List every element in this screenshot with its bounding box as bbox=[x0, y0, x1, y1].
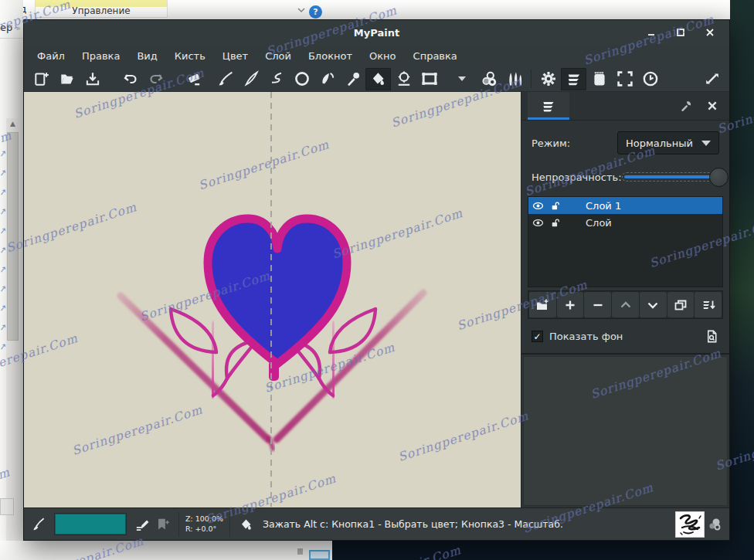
undo-button[interactable] bbox=[117, 68, 143, 90]
opacity-slider-handle[interactable] bbox=[709, 168, 729, 187]
opacity-label: Непрозрачность: bbox=[532, 171, 622, 183]
brush-stroke-preview[interactable] bbox=[675, 511, 705, 538]
explorer-manage-tab[interactable]: Управление bbox=[35, 0, 168, 18]
ink-pen-tool-button[interactable] bbox=[314, 68, 340, 90]
lower-layer-button[interactable] bbox=[640, 292, 667, 317]
opacity-slider[interactable] bbox=[622, 172, 719, 182]
rotation-value: R: +0.0° bbox=[185, 524, 223, 535]
menu-scratchpad[interactable]: Блокнот bbox=[300, 47, 361, 65]
drawing-canvas[interactable] bbox=[24, 92, 521, 507]
current-color-swatch[interactable] bbox=[55, 514, 126, 535]
add-layer-button[interactable] bbox=[557, 292, 584, 317]
show-background-label: Показать фон bbox=[549, 331, 623, 342]
empty-dock-panel bbox=[523, 356, 728, 506]
small-gray-marker bbox=[297, 548, 303, 555]
chevron-down-icon bbox=[458, 76, 466, 81]
menu-file[interactable]: Файл bbox=[29, 47, 73, 65]
mode-label: Режим: bbox=[532, 137, 570, 149]
dock-header bbox=[521, 92, 729, 120]
recent-history-button[interactable] bbox=[637, 68, 663, 90]
move-view-tool-button[interactable] bbox=[391, 68, 416, 90]
divider bbox=[0, 38, 23, 39]
eraser-tool-button[interactable] bbox=[181, 68, 206, 90]
delete-layer-button[interactable] bbox=[584, 292, 611, 317]
menu-help[interactable]: Справка bbox=[405, 47, 466, 65]
expand-view-button[interactable] bbox=[699, 68, 725, 90]
new-layer-group-button[interactable] bbox=[529, 292, 556, 317]
layer-unlocked-icon[interactable] bbox=[549, 199, 561, 212]
zoom-level: Z: 100.0% bbox=[185, 514, 223, 524]
layer-name: Слой bbox=[586, 217, 612, 229]
ellipse-tool-button[interactable] bbox=[289, 68, 314, 90]
layer-row[interactable]: Слой bbox=[528, 214, 722, 231]
blade-tool-button[interactable] bbox=[238, 68, 263, 90]
toolbar-more-dropdown[interactable] bbox=[454, 68, 470, 90]
background-explorer-ribbon: Вид Управление ? bbox=[0, 0, 730, 19]
menu-edit[interactable]: Правка bbox=[73, 47, 128, 65]
open-document-button[interactable] bbox=[54, 68, 80, 90]
fullscreen-toggle-button[interactable] bbox=[612, 68, 637, 90]
minimize-button[interactable] bbox=[640, 24, 663, 41]
brush-set-button[interactable] bbox=[501, 68, 527, 90]
color-picker-tool-button[interactable] bbox=[340, 68, 365, 90]
partial-button bbox=[0, 498, 14, 515]
scroll-up-icon[interactable]: ▲ bbox=[6, 118, 19, 130]
paintbrush-tool-button[interactable] bbox=[212, 68, 238, 90]
active-brush-icon[interactable] bbox=[29, 514, 49, 535]
save-document-button[interactable] bbox=[80, 68, 105, 90]
layers-panel-toggle-button[interactable] bbox=[561, 68, 586, 90]
statusbar: Z: 100.0% R: +0.0° Зажать Alt с: Кнопка1… bbox=[24, 507, 729, 540]
layer-unlocked-icon[interactable] bbox=[549, 216, 561, 229]
dock-settings-wrench-icon[interactable] bbox=[677, 97, 695, 115]
flood-fill-tool-button[interactable] bbox=[365, 68, 391, 90]
background-page-icon[interactable] bbox=[705, 329, 719, 344]
layers-tab[interactable] bbox=[528, 92, 569, 120]
chevron-down-icon bbox=[701, 141, 711, 146]
explorer-scrollbar[interactable]: ▲ ▼ bbox=[6, 118, 19, 551]
ribbon-collapse-chevron-icon[interactable] bbox=[296, 5, 308, 17]
edit-brush-settings-icon[interactable] bbox=[132, 514, 152, 535]
scratchpad-toggle-button[interactable] bbox=[586, 68, 612, 90]
background-explorer-left-edge: ер » ↗↗↗↗↗↗↗↗↗↗↗ ▲ ▼ bbox=[0, 0, 23, 560]
layer-actions bbox=[528, 290, 723, 319]
window-title: MyPaint bbox=[24, 27, 729, 39]
blend-mode-dropdown[interactable]: Нормальный bbox=[617, 131, 719, 154]
duplicate-layer-button[interactable] bbox=[667, 292, 695, 317]
close-button[interactable] bbox=[698, 24, 722, 41]
explorer-help-button[interactable]: ? bbox=[309, 5, 322, 19]
layer-visible-eye-icon[interactable] bbox=[532, 199, 545, 212]
fill-tool-status-icon bbox=[236, 514, 256, 535]
menu-brush[interactable]: Кисть bbox=[166, 47, 214, 65]
menu-color[interactable]: Цвет bbox=[214, 47, 256, 65]
titlebar[interactable]: MyPaint bbox=[24, 20, 729, 45]
menu-layer[interactable]: Слой bbox=[256, 47, 300, 65]
layers-icon bbox=[540, 97, 557, 114]
toolbar bbox=[24, 66, 729, 92]
canvas-artwork bbox=[24, 92, 521, 507]
show-background-checkbox[interactable]: ✓ bbox=[532, 331, 543, 342]
palette-icon[interactable] bbox=[705, 514, 725, 535]
dock-divider bbox=[521, 353, 729, 355]
menubar: Файл Правка Вид Кисть Цвет Слой Блокнот … bbox=[24, 45, 729, 66]
maximize-button[interactable] bbox=[669, 24, 692, 41]
new-document-button[interactable] bbox=[29, 68, 54, 90]
frame-tool-button[interactable] bbox=[416, 68, 442, 90]
background-explorer-bottom bbox=[0, 541, 332, 560]
freehand-tool-button[interactable] bbox=[263, 68, 289, 90]
preferences-gear-button[interactable] bbox=[535, 68, 561, 90]
raise-layer-button[interactable] bbox=[612, 292, 639, 317]
menu-window[interactable]: Окно bbox=[361, 47, 405, 65]
layer-name: Слой 1 bbox=[586, 200, 621, 212]
selected-item-box bbox=[309, 550, 330, 560]
color-wheel-button[interactable] bbox=[476, 68, 501, 90]
merge-layer-down-button[interactable] bbox=[695, 292, 722, 317]
dock-close-icon[interactable] bbox=[703, 97, 722, 115]
scrollbar-thumb[interactable] bbox=[7, 132, 19, 341]
menu-view[interactable]: Вид bbox=[128, 47, 165, 65]
layer-row-selected[interactable]: Слой 1 bbox=[528, 197, 722, 214]
layer-visible-eye-icon[interactable] bbox=[532, 216, 545, 229]
bookmark-add-icon[interactable] bbox=[152, 514, 172, 535]
active-tab-underline bbox=[528, 117, 569, 120]
blend-mode-value: Нормальный bbox=[626, 137, 693, 149]
redo-button[interactable] bbox=[143, 68, 168, 90]
